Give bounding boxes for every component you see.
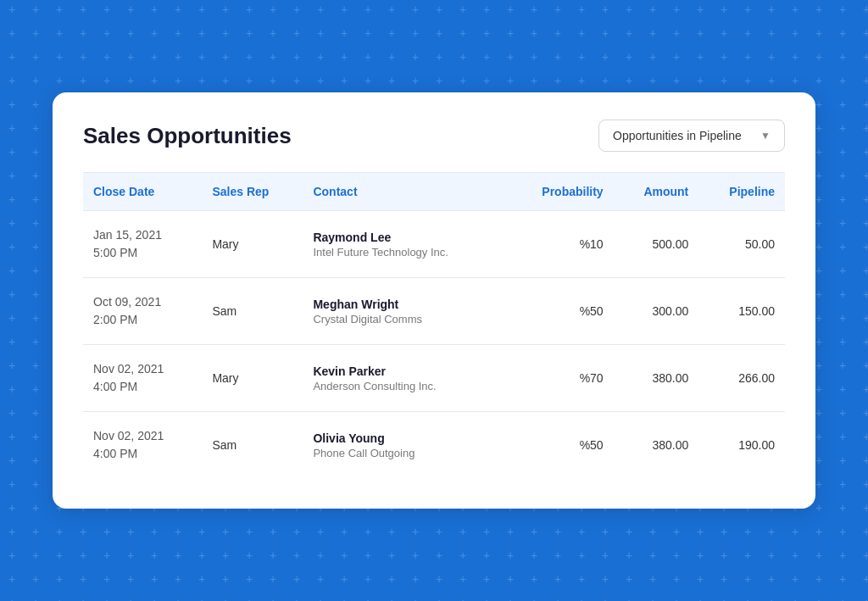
contact-name: Kevin Parker bbox=[313, 364, 496, 378]
pipeline-dropdown[interactable]: Opportunities in Pipeline ▼ bbox=[598, 120, 785, 152]
cell-sales-rep: Mary bbox=[202, 211, 303, 278]
cell-contact: Meghan Wright Crystal Digital Comms bbox=[303, 278, 506, 345]
close-date-line2: 4:00 PM bbox=[93, 445, 192, 463]
cell-amount: 380.00 bbox=[614, 412, 699, 479]
cell-sales-rep: Sam bbox=[202, 412, 303, 479]
page-title: Sales Opportunities bbox=[83, 123, 292, 149]
close-date-line2: 5:00 PM bbox=[93, 244, 192, 262]
close-date-line1: Oct 09, 2021 bbox=[93, 293, 192, 311]
cell-probability: %70 bbox=[507, 345, 614, 412]
cell-close-date: Oct 09, 2021 2:00 PM bbox=[83, 278, 202, 345]
cell-amount: 380.00 bbox=[614, 345, 699, 412]
contact-company: Phone Call Outgoing bbox=[313, 447, 496, 459]
table-row[interactable]: Jan 15, 2021 5:00 PM Mary Raymond Lee In… bbox=[83, 211, 785, 278]
contact-company: Intel Future Technology Inc. bbox=[313, 246, 496, 259]
cell-pipeline: 50.00 bbox=[698, 211, 785, 278]
cell-amount: 300.00 bbox=[614, 278, 699, 345]
col-header-sales-rep: Sales Rep bbox=[202, 173, 303, 211]
table-row[interactable]: Nov 02, 2021 4:00 PM Sam Olivia Young Ph… bbox=[83, 412, 785, 479]
table-row[interactable]: Nov 02, 2021 4:00 PM Mary Kevin Parker A… bbox=[83, 345, 785, 412]
contact-name: Olivia Young bbox=[313, 431, 496, 445]
contact-name: Meghan Wright bbox=[313, 298, 496, 311]
contact-company: Anderson Consulting Inc. bbox=[313, 380, 496, 392]
cell-probability: %50 bbox=[507, 412, 614, 479]
close-date-line1: Jan 15, 2021 bbox=[93, 226, 192, 244]
cell-amount: 500.00 bbox=[614, 211, 699, 278]
table-header-row: Close Date Sales Rep Contact Probability… bbox=[83, 173, 785, 211]
contact-name: Raymond Lee bbox=[313, 231, 496, 244]
col-header-pipeline: Pipeline bbox=[698, 173, 785, 211]
col-header-amount: Amount bbox=[614, 173, 699, 211]
chevron-down-icon: ▼ bbox=[760, 130, 771, 142]
cell-probability: %50 bbox=[507, 278, 614, 345]
card-header: Sales Opportunities Opportunities in Pip… bbox=[83, 120, 785, 152]
contact-company: Crystal Digital Comms bbox=[313, 313, 496, 326]
cell-contact: Olivia Young Phone Call Outgoing bbox=[303, 412, 506, 479]
col-header-close-date: Close Date bbox=[83, 173, 202, 211]
cell-contact: Kevin Parker Anderson Consulting Inc. bbox=[303, 345, 506, 412]
dropdown-label: Opportunities in Pipeline bbox=[613, 129, 742, 142]
cell-contact: Raymond Lee Intel Future Technology Inc. bbox=[303, 211, 506, 278]
close-date-line1: Nov 02, 2021 bbox=[93, 427, 192, 445]
cell-pipeline: 150.00 bbox=[698, 278, 785, 345]
close-date-line2: 4:00 PM bbox=[93, 378, 192, 396]
cell-probability: %10 bbox=[507, 211, 614, 278]
cell-close-date: Jan 15, 2021 5:00 PM bbox=[83, 211, 202, 278]
close-date-line2: 2:00 PM bbox=[93, 311, 192, 329]
cell-close-date: Nov 02, 2021 4:00 PM bbox=[83, 412, 202, 479]
cell-sales-rep: Mary bbox=[202, 345, 303, 412]
cell-sales-rep: Sam bbox=[202, 278, 303, 345]
cell-pipeline: 266.00 bbox=[698, 345, 785, 412]
table-row[interactable]: Oct 09, 2021 2:00 PM Sam Meghan Wright C… bbox=[83, 278, 785, 345]
col-header-probability: Probability bbox=[507, 173, 614, 211]
col-header-contact: Contact bbox=[303, 173, 506, 211]
opportunities-table: Close Date Sales Rep Contact Probability… bbox=[83, 173, 785, 478]
close-date-line1: Nov 02, 2021 bbox=[93, 360, 192, 378]
cell-pipeline: 190.00 bbox=[698, 412, 785, 479]
cell-close-date: Nov 02, 2021 4:00 PM bbox=[83, 345, 202, 412]
main-card: Sales Opportunities Opportunities in Pip… bbox=[53, 92, 815, 509]
